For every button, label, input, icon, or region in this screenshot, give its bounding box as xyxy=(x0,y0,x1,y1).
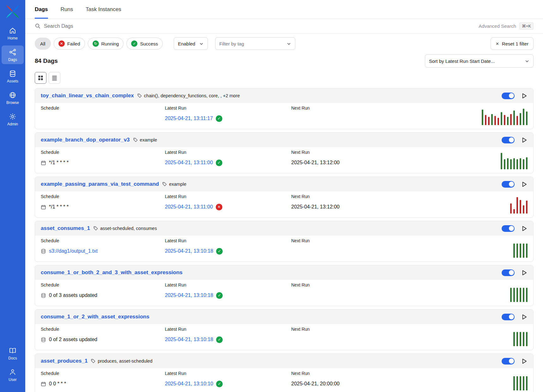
run-bar[interactable] xyxy=(513,158,515,169)
schedule-text[interactable]: 0 of 3 assets updated xyxy=(49,292,97,298)
run-bar[interactable] xyxy=(516,288,518,302)
filter-all-button[interactable]: All xyxy=(35,38,51,50)
run-bar[interactable] xyxy=(520,376,521,390)
run-bar[interactable] xyxy=(516,116,518,125)
sidebar-item-user[interactable]: User xyxy=(2,365,24,384)
run-bar[interactable] xyxy=(513,332,515,346)
latest-run-link[interactable]: 2025-04-21, 13:10:18 xyxy=(165,337,213,342)
latest-run-link[interactable]: 2025-04-21, 13:11:17 xyxy=(165,116,213,121)
dag-enabled-toggle[interactable] xyxy=(502,225,515,232)
run-bar[interactable] xyxy=(513,111,515,125)
run-bar[interactable] xyxy=(516,197,518,214)
tab-dags[interactable]: Dags xyxy=(35,0,48,19)
run-bar[interactable] xyxy=(482,110,483,125)
run-bar[interactable] xyxy=(513,376,515,390)
sidebar-item-docs[interactable]: Docs xyxy=(2,344,24,363)
run-bar[interactable] xyxy=(523,159,524,169)
run-bar[interactable] xyxy=(520,332,521,346)
run-bar[interactable] xyxy=(526,157,528,169)
run-bar[interactable] xyxy=(520,200,521,214)
schedule-text[interactable]: */1 * * * * xyxy=(49,204,69,210)
trigger-dag-run-button[interactable] xyxy=(521,269,528,276)
schedule-text[interactable]: s3://dag1/output_1.txt xyxy=(49,248,98,254)
run-bar[interactable] xyxy=(510,159,512,169)
run-bar[interactable] xyxy=(520,113,521,125)
run-bar[interactable] xyxy=(526,201,528,214)
run-bar[interactable] xyxy=(523,109,524,125)
trigger-dag-run-button[interactable] xyxy=(521,93,528,99)
schedule-text[interactable]: 0 0 * * * xyxy=(49,381,66,387)
tab-runs[interactable]: Runs xyxy=(61,0,73,19)
run-history-bars[interactable] xyxy=(469,239,528,258)
run-bar[interactable] xyxy=(523,244,524,258)
dag-name-link[interactable]: toy_chain_linear_vs_chain_complex xyxy=(41,93,134,99)
trigger-dag-run-button[interactable] xyxy=(521,225,528,232)
run-bar[interactable] xyxy=(491,114,493,125)
run-bar[interactable] xyxy=(504,159,505,169)
schedule-text[interactable]: 0 of 2 assets updated xyxy=(49,337,97,342)
trigger-dag-run-button[interactable] xyxy=(521,358,528,365)
run-bar[interactable] xyxy=(520,158,521,169)
run-bar[interactable] xyxy=(523,376,524,390)
sidebar-item-home[interactable]: Home xyxy=(2,24,24,43)
dag-name-link[interactable]: example_branch_dop_operator_v3 xyxy=(41,137,130,143)
run-bar[interactable] xyxy=(507,117,509,125)
run-bar[interactable] xyxy=(498,118,499,125)
run-bar[interactable] xyxy=(516,376,518,390)
run-history-bars[interactable] xyxy=(469,151,528,169)
card-view-button[interactable] xyxy=(35,72,46,84)
run-bar[interactable] xyxy=(516,332,518,346)
run-bar[interactable] xyxy=(523,288,524,302)
reset-filter-button[interactable]: ✕ Reset 1 filter xyxy=(491,37,534,50)
dag-name-link[interactable]: asset_produces_1 xyxy=(41,358,87,364)
dag-enabled-toggle[interactable] xyxy=(502,314,515,320)
run-history-bars[interactable] xyxy=(469,107,528,125)
run-bar[interactable] xyxy=(526,112,528,125)
latest-run-link[interactable]: 2025-04-21, 13:10:18 xyxy=(165,248,213,254)
run-bar[interactable] xyxy=(523,332,524,346)
trigger-dag-run-button[interactable] xyxy=(521,181,528,188)
dag-enabled-toggle[interactable] xyxy=(502,137,515,143)
latest-run-link[interactable]: 2025-04-21, 13:10:10 xyxy=(165,381,213,387)
run-bar[interactable] xyxy=(510,114,512,125)
dag-enabled-toggle[interactable] xyxy=(502,181,515,188)
run-bar[interactable] xyxy=(513,244,515,258)
run-history-bars[interactable] xyxy=(469,195,528,214)
run-bar[interactable] xyxy=(504,115,505,125)
filter-failed-button[interactable]: ✕ Failed xyxy=(54,38,85,50)
run-bar[interactable] xyxy=(513,288,515,302)
dag-name-link[interactable]: asset_consumes_1 xyxy=(41,225,90,232)
run-bar[interactable] xyxy=(526,288,528,302)
latest-run-link[interactable]: 2025-04-21, 13:11:00 xyxy=(165,160,213,166)
run-bar[interactable] xyxy=(510,203,512,214)
filter-running-button[interactable]: ↻ Running xyxy=(88,38,124,50)
run-bar[interactable] xyxy=(526,376,528,390)
run-bar[interactable] xyxy=(520,288,521,302)
run-bar[interactable] xyxy=(516,244,518,258)
schedule-text[interactable]: */1 * * * * xyxy=(49,160,69,166)
search-input[interactable] xyxy=(44,23,475,29)
run-bar[interactable] xyxy=(485,115,486,125)
run-bar[interactable] xyxy=(523,205,524,214)
run-bar[interactable] xyxy=(501,153,502,169)
sidebar-item-assets[interactable]: Assets xyxy=(2,67,24,86)
sort-select[interactable]: Sort by Latest Run Start Date... xyxy=(425,54,534,68)
filter-success-button[interactable]: ✓ Success xyxy=(126,38,163,50)
run-bar[interactable] xyxy=(526,332,528,346)
dag-enabled-toggle[interactable] xyxy=(502,269,515,276)
dag-name-link[interactable]: consume_1_or_2_with_asset_expressions xyxy=(41,314,149,320)
trigger-dag-run-button[interactable] xyxy=(521,137,528,143)
run-bar[interactable] xyxy=(526,244,528,258)
latest-run-link[interactable]: 2025-04-21, 13:11:00 xyxy=(165,204,213,210)
tab-task-instances[interactable]: Task Instances xyxy=(86,0,121,19)
dag-name-link[interactable]: example_passing_params_via_test_command xyxy=(41,181,159,187)
dag-enabled-toggle[interactable] xyxy=(502,93,515,99)
run-history-bars[interactable] xyxy=(469,372,528,390)
tag-filter-select[interactable]: Filter by tag xyxy=(215,37,295,50)
airflow-logo[interactable] xyxy=(5,4,20,19)
dag-name-link[interactable]: consume_1_or_both_2_and_3_with_asset_exp… xyxy=(41,269,183,276)
sidebar-item-dags[interactable]: Dags xyxy=(2,45,24,64)
run-bar[interactable] xyxy=(513,209,515,214)
run-bar[interactable] xyxy=(494,116,496,125)
latest-run-link[interactable]: 2025-04-21, 13:10:18 xyxy=(165,292,213,298)
